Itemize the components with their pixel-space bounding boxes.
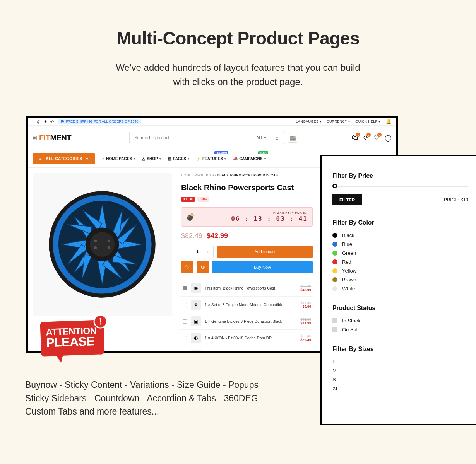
size-filter-option[interactable]: M [332,368,468,374]
quick-help-dropdown[interactable]: QUICK HELP [355,119,380,123]
filter-button[interactable]: FILTER [332,194,362,205]
color-filter-option[interactable]: Green [332,250,468,256]
bundle-price-old: $82.49 [300,284,311,288]
nav-campaigns[interactable]: 📣CAMPAIGNSMEGA [233,157,265,161]
compare-icon[interactable]: ⟳0 [363,134,368,142]
languages-dropdown[interactable]: LANGAUGES [296,119,322,123]
home-icon: ⌂ [102,157,104,161]
page-icon: ▤ [168,157,171,161]
twitter-icon[interactable]: ✦ [44,119,47,124]
quantity-stepper[interactable]: − 1 + [181,246,214,258]
nav-shop[interactable]: △SHOP [142,157,161,161]
all-categories-button[interactable]: ≡ ALL CATEGORIES [33,153,95,164]
wheel-icon [46,188,158,300]
bundle-thumb: ◐ [191,333,201,343]
color-label: Yellow [342,268,356,274]
store-icon: 🏬 [290,135,296,141]
product-info: HOME · PRODUCTS · BLACK RHINO POWERSPORT… [181,173,313,353]
bundle-thumb: ▣ [191,316,201,326]
qty-value: 1 [192,249,202,254]
cart-icon[interactable]: 🛍1 [352,134,358,141]
qty-plus[interactable]: + [203,249,213,254]
bundle-label: 1 × Maxpeedingrods Coilovers [205,352,296,353]
bundle-checkbox[interactable] [183,319,187,324]
size-filter-option[interactable]: XL [332,386,468,391]
color-filter-option[interactable]: Blue [332,241,468,247]
refresh-icon: ⟳ [201,264,205,270]
account-icon[interactable]: ◯ [385,134,392,142]
size-filter-option[interactable]: S [332,377,468,382]
store-locator-button[interactable]: 🏬 [288,133,298,143]
slider-thumb[interactable] [332,184,337,188]
filter-price-heading: Filter By Price [332,172,468,179]
color-label: Brown [342,277,356,283]
features-list-text: Buynow - Sticky Content - Variations - S… [25,378,259,418]
bundle-checkbox[interactable] [183,303,187,307]
svg-point-4 [90,232,115,257]
filter-size-heading: Filter By Sizes [332,346,468,353]
color-swatch-icon [332,286,337,291]
qty-minus[interactable]: − [181,249,192,254]
compare-button[interactable]: ⟳ [197,261,209,273]
bundle-price-new: $42.99 [300,288,311,292]
color-swatch-icon [332,242,337,247]
checkbox-icon [332,327,337,332]
search-input[interactable] [130,131,252,144]
mega-badge: MEGA [258,151,268,154]
status-filter-option[interactable]: In Stock [332,318,468,324]
search-button[interactable]: ⌕ [270,131,284,144]
nav-features[interactable]: ⚡FEATURESPREMIUM [196,157,226,161]
notifications-icon[interactable]: 🔔 [386,119,392,124]
bundle-price-new: $9.99 [300,305,311,309]
add-to-cart-button[interactable]: Add to cart [217,246,313,258]
bundle-price-old: $83.99 [300,317,311,321]
filter-status-heading: Product Status [332,305,468,312]
status-filter-option[interactable]: On Sale [332,327,468,333]
bundle-item[interactable]: ◉This Item: Black Rhino Powersports Cast… [181,280,313,297]
truck-icon: ⛟ [61,119,64,123]
flash-icon: ⚡ [196,157,201,161]
bundle-item[interactable]: ⚙1 × Set of 5 Engine Motor Mounts Compat… [181,297,313,313]
bomb-icon: 💣 [186,213,195,221]
search-category-dropdown[interactable]: ALL [252,131,270,144]
facebook-icon[interactable]: f [33,119,34,124]
flash-sale-label: FLASH SALE END IN: [231,212,308,215]
wishlist-button[interactable]: ♡ [181,261,193,273]
bundle-checkbox[interactable] [183,336,187,340]
hamburger-icon: ≡ [39,157,42,161]
nav-pages[interactable]: ▤PAGES [168,157,189,161]
svg-point-8 [108,246,110,249]
whatsapp-icon[interactable]: ✆ [50,119,54,124]
bundle-thumb: ◧ [191,350,201,353]
bundle-item[interactable]: ▣1 × Genuine Dickies 3 Piece Durasport B… [181,313,313,330]
currency-dropdown[interactable]: CURRENCY [327,119,350,123]
instagram-icon[interactable]: ◎ [37,119,41,124]
top-strip: f ◎ ✦ ✆ ⛟ FREE SHIPPING FOR ALL ORDERS O… [28,118,396,126]
nav-home-pages[interactable]: ⌂HOME PAGES [102,157,135,161]
price-slider[interactable] [332,186,468,187]
bundle-item[interactable]: ◐1 × AKKON - Fit 09-18 Dodge Ram DRL$33.… [181,330,313,346]
crumb-products[interactable]: PRODUCTS [195,173,214,177]
bundle-item[interactable]: ◧1 × Maxpeedingrods Coilovers$41.99 [181,346,313,353]
color-filter-option[interactable]: Yellow [332,268,468,274]
color-filter-option[interactable]: Black [332,232,468,238]
header: ⊗ FITMENT ALL ⌕ 🏬 🛍1 ⟳0 ♡0 ◯ [28,126,396,150]
breadcrumb: HOME · PRODUCTS · BLACK RHINO POWERSPORT… [181,173,313,177]
color-filter-option[interactable]: White [332,286,468,292]
bundle-price-new: $41.99 [300,321,311,325]
bundle-checkbox[interactable] [183,286,187,290]
svg-point-5 [94,240,97,242]
logo[interactable]: ⊗ FITMENT [33,133,71,142]
size-filter-option[interactable]: L [332,359,468,365]
buy-now-button[interactable]: Buy Now [212,261,313,273]
product-image[interactable] [33,173,172,316]
sale-badge: SALE! [181,197,195,202]
crumb-current: BLACK RHINO POWERSPORTS CAST [217,173,280,177]
color-filter-option[interactable]: Brown [332,277,468,283]
svg-point-7 [94,246,97,249]
crumb-home[interactable]: HOME [181,173,192,177]
wishlist-icon[interactable]: ♡0 [374,134,379,142]
bundle-checkbox[interactable] [183,353,187,353]
color-filter-option[interactable]: Red [332,259,468,265]
bundle-price-old: $33.45 [300,334,311,338]
